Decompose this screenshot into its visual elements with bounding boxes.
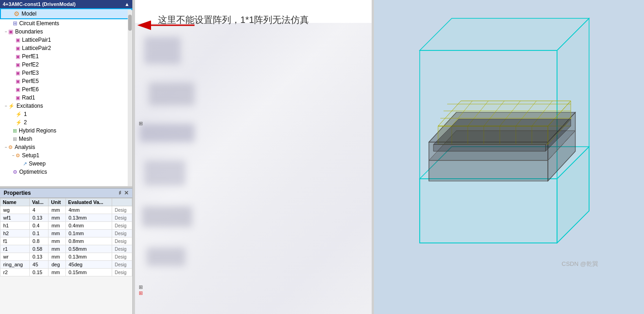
tree-title: 4+3AMC-const1 (DrivenModal): [3, 1, 76, 7]
prop-extra-r2: Desig: [112, 269, 132, 276]
col-extra: [112, 198, 132, 206]
close-button[interactable]: ✕: [124, 190, 129, 196]
expand-plus-1[interactable]: ⊞: [139, 121, 143, 127]
optim-icon: ⚙: [13, 169, 17, 175]
left-panel: 4+3AMC-const1 (DrivenModal) ▲ ⚙ Model ⊞: [0, 0, 133, 314]
prop-name-r1: r1: [0, 245, 30, 253]
tree-item-perfe6[interactable]: ▣ PerfE6: [0, 85, 132, 94]
col-val: Val...: [30, 198, 49, 206]
sweep-label: Sweep: [29, 160, 46, 167]
prop-val-h2: 0.1: [30, 230, 49, 237]
annotation-content: 这里不能设置阵列，1*1阵列无法仿真: [158, 15, 309, 25]
tree-item-exc2[interactable]: ⚡ 2: [0, 118, 132, 127]
props-row-r2: r2 0.15 mm 0.15mm Desig: [0, 269, 132, 276]
tree-item-setup1[interactable]: − ⚙ Setup1: [0, 151, 132, 160]
sweep-icon: ↗: [23, 161, 27, 167]
exc2-icon: ⚡: [16, 120, 22, 126]
prop-extra-wg: Desig: [112, 206, 132, 214]
model-label: Model: [22, 11, 37, 17]
prop-val-h1: 0.4: [30, 222, 49, 230]
tree-item-exc1[interactable]: ⚡ 1: [0, 110, 132, 118]
tree-section: 4+3AMC-const1 (DrivenModal) ▲ ⚙ Model ⊞: [0, 0, 132, 186]
tree-item-excitations[interactable]: − ⚡ Excitations: [0, 102, 132, 110]
boundaries-icon: ▣: [8, 28, 13, 35]
pe6-label: PerfE6: [22, 86, 39, 93]
optim-label: Optimetrics: [19, 169, 47, 175]
mesh-label: Mesh: [19, 136, 32, 142]
viewport-3d: CSDN @乾巽: [374, 0, 644, 314]
prop-unit-wf1: mm: [49, 214, 65, 222]
blur-block-2: [149, 83, 195, 105]
prop-extra-r1: Desig: [112, 245, 132, 253]
tree-item-perfe3[interactable]: ▣ PerfE3: [0, 69, 132, 77]
lp2-icon: ▣: [16, 45, 20, 51]
annotation-area: 这里不能设置阵列，1*1阵列无法仿真 ⊞ ⊞ ⊞: [135, 0, 372, 314]
tree-scrollbar[interactable]: [128, 10, 132, 186]
exc2-label: 2: [24, 119, 27, 126]
tree-item-boundaries[interactable]: − ▣ Boundaries: [0, 28, 132, 36]
tree-item-sweep[interactable]: ↗ Sweep: [0, 160, 132, 168]
pe1-icon: ▣: [16, 54, 20, 60]
mesh-icon: ⊞: [13, 136, 17, 142]
model-icon: ⚙: [14, 10, 20, 17]
excite-expand[interactable]: −: [4, 104, 8, 108]
pin-button[interactable]: ♯: [119, 190, 121, 196]
svg-marker-5: [420, 179, 557, 243]
prop-name-wf1: wf1: [0, 214, 30, 222]
excite-icon: ⚡: [8, 103, 15, 109]
setup1-expand[interactable]: −: [11, 153, 16, 158]
prop-val-wg: 4: [30, 206, 49, 214]
prop-name-h2: h2: [0, 230, 30, 237]
tree-item-rad1[interactable]: ▣ Rad1: [0, 94, 132, 102]
setup1-icon: ⚙: [16, 153, 20, 159]
prop-unit-wr: mm: [49, 253, 65, 261]
pe1-label: PerfE1: [22, 53, 39, 60]
tree-header[interactable]: 4+3AMC-const1 (DrivenModal) ▲: [0, 0, 132, 8]
prop-eval-wg: 4mm: [65, 206, 112, 214]
props-row-ring_ang: ring_ang 45 deg 45deg Desig: [0, 261, 132, 269]
tree-item-latticepair2[interactable]: ▣ LatticePair2: [0, 44, 132, 52]
collapse-icon[interactable]: ▲: [124, 1, 130, 7]
rad1-label: Rad1: [22, 94, 35, 101]
prop-extra-wr: Desig: [112, 253, 132, 261]
blur-block-5: [142, 206, 192, 227]
prop-eval-r1: 0.58mm: [65, 245, 112, 253]
prop-eval-ring_ang: 45deg: [65, 261, 112, 269]
prop-val-r2: 0.15: [30, 269, 49, 276]
excite-label: Excitations: [16, 103, 43, 109]
prop-extra-h2: Desig: [112, 230, 132, 237]
prop-val-r1: 0.58: [30, 245, 49, 253]
prop-eval-r2: 0.15mm: [65, 269, 112, 276]
tree-item-model[interactable]: ⚙ Model: [0, 8, 132, 19]
tree-scroll-thumb: [128, 15, 132, 31]
pe3-label: PerfE3: [22, 70, 39, 76]
circuit-icon: ⊞: [13, 20, 17, 27]
prop-eval-f1: 0.8mm: [65, 237, 112, 245]
tree-item-perfe5[interactable]: ▣ PerfE5: [0, 77, 132, 85]
prop-val-ring_ang: 45: [30, 261, 49, 269]
prop-unit-r2: mm: [49, 269, 65, 276]
tree-item-latticepair1[interactable]: ▣ LatticePair1: [0, 36, 132, 44]
svg-marker-35: [433, 144, 546, 151]
prop-name-h1: h1: [0, 222, 30, 230]
pe5-label: PerfE5: [22, 78, 39, 84]
prop-extra-h1: Desig: [112, 222, 132, 230]
hybrid-icon: ⊞: [13, 128, 17, 134]
expand-plus-2[interactable]: ⊞: [139, 284, 143, 290]
tree-item-circuit[interactable]: ⊞ Circuit Elements: [0, 19, 132, 28]
prop-eval-h1: 0.4mm: [65, 222, 112, 230]
tree-item-optimetrics[interactable]: ⚙ Optimetrics: [0, 168, 132, 176]
props-row-wf1: wf1 0.13 mm 0.13mm Desig: [0, 214, 132, 222]
analysis-expand[interactable]: −: [4, 145, 8, 149]
expand-excite-icon[interactable]: ⊞: [139, 290, 143, 296]
tree-item-perfe2[interactable]: ▣ PerfE2: [0, 61, 132, 69]
props-row-h2: h2 0.1 mm 0.1mm Desig: [0, 230, 132, 237]
tree-item-analysis[interactable]: − ⚙ Analysis: [0, 143, 132, 151]
boundaries-expand[interactable]: −: [4, 29, 8, 34]
tree-item-mesh[interactable]: ⊞ Mesh: [0, 135, 132, 143]
props-row-f1: f1 0.8 mm 0.8mm Desig: [0, 237, 132, 245]
tree-item-perfe1[interactable]: ▣ PerfE1: [0, 52, 132, 61]
prop-val-f1: 0.8: [30, 237, 49, 245]
blur-block-6: [146, 248, 185, 266]
tree-item-hybrid[interactable]: ⊞ Hybrid Regions: [0, 127, 132, 135]
